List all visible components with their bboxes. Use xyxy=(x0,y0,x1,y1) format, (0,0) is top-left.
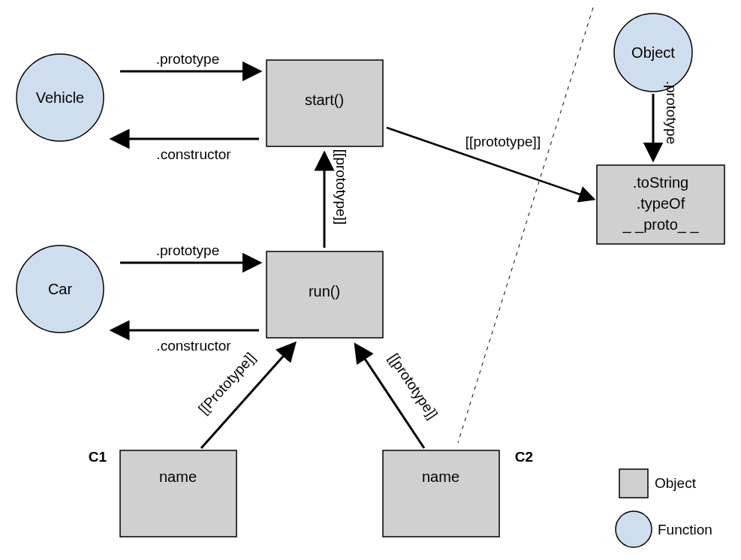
c2-tag: C2 xyxy=(515,449,533,465)
edge-start-constructor-label: .constructor xyxy=(156,146,231,162)
start-box: start() xyxy=(267,60,383,146)
legend-object-label: Object xyxy=(655,475,697,491)
c1-box: name C1 xyxy=(89,449,236,537)
legend-function-swatch xyxy=(616,511,652,547)
objproto-line2: .typeOf xyxy=(637,195,685,212)
run-box-label: run() xyxy=(309,283,340,300)
vehicle-node: Vehicle xyxy=(17,54,104,141)
car-node: Car xyxy=(17,245,104,333)
objproto-line3: _ _proto_ _ xyxy=(622,216,699,233)
c1-box-label: name xyxy=(159,468,197,485)
legend: Object Function xyxy=(616,469,712,547)
divider-line xyxy=(458,8,593,443)
vehicle-label: Vehicle xyxy=(36,89,85,106)
object-label: Object xyxy=(631,44,675,61)
edge-object-prototype-label: .prototype xyxy=(664,81,679,145)
edge-run-constructor-label: .constructor xyxy=(156,338,231,354)
objproto-box: .toString .typeOf _ _proto_ _ xyxy=(597,165,724,244)
edge-run-to-start-label: [[prototype]] xyxy=(333,149,349,224)
edge-c2-to-run-label: [[prototype]] xyxy=(386,351,441,422)
edge-vehicle-prototype-label: .prototype xyxy=(156,51,220,67)
prototype-diagram: Vehicle Car Object start() run() .toStri… xyxy=(0,0,741,560)
legend-function-label: Function xyxy=(658,522,712,537)
edge-car-prototype-label: .prototype xyxy=(156,242,220,258)
svg-rect-6 xyxy=(120,450,236,537)
edge-c1-to-run-label: [[Prototype]] xyxy=(195,350,258,417)
car-label: Car xyxy=(48,281,73,297)
c2-box: name C2 xyxy=(383,449,533,537)
svg-rect-7 xyxy=(383,450,499,537)
object-node: Object xyxy=(614,14,692,92)
objproto-line1: .toString xyxy=(633,174,688,191)
run-box: run() xyxy=(267,251,383,338)
legend-object-swatch xyxy=(619,469,648,498)
start-box-label: start() xyxy=(305,92,344,108)
edge-start-to-objproto-label: [[prototype]] xyxy=(465,134,541,149)
c2-box-label: name xyxy=(422,468,459,485)
c1-tag: C1 xyxy=(89,449,107,465)
